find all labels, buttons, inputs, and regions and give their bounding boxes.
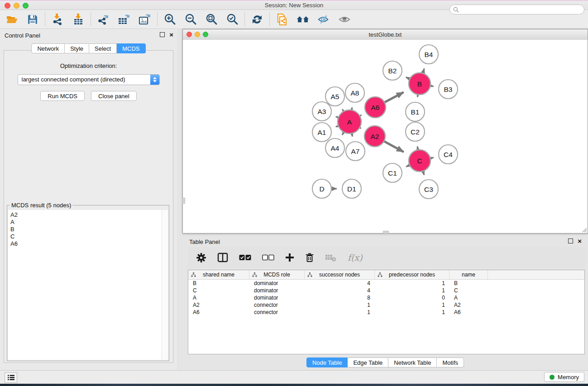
tab-motifs[interactable]: Motifs bbox=[437, 357, 464, 367]
zoom-window-button[interactable] bbox=[23, 3, 29, 9]
zoom-selected-button[interactable] bbox=[226, 13, 239, 26]
search-input[interactable] bbox=[461, 6, 581, 13]
network-minimize-button[interactable] bbox=[195, 32, 200, 37]
import-table-button[interactable] bbox=[72, 13, 85, 26]
graph-node-A8[interactable]: A8 bbox=[345, 83, 364, 102]
network-graph[interactable]: AA6A2BCA5A8A3A1A4A7B2B4B3B1C2C4C1C3DD1 bbox=[183, 40, 588, 233]
mcds-result-item[interactable]: C bbox=[8, 233, 168, 240]
table-cell[interactable]: dominator bbox=[249, 295, 305, 301]
graph-node-B1[interactable]: B1 bbox=[406, 102, 425, 121]
table-options-button[interactable] bbox=[196, 253, 206, 263]
table-cell[interactable]: 1 bbox=[375, 302, 449, 308]
column-visibility-button[interactable] bbox=[217, 253, 228, 262]
table-cell[interactable]: dominator bbox=[249, 287, 305, 294]
mcds-result-item[interactable]: A6 bbox=[8, 240, 168, 248]
graph-node-A5[interactable]: A5 bbox=[325, 87, 344, 106]
graph-node-B4[interactable]: B4 bbox=[419, 45, 438, 64]
graph-node-B2[interactable]: B2 bbox=[383, 61, 402, 80]
tab-style[interactable]: Style bbox=[65, 43, 89, 53]
table-cell[interactable]: C bbox=[449, 287, 488, 294]
zoom-in-button[interactable] bbox=[163, 13, 176, 26]
table-cell[interactable]: A bbox=[449, 295, 488, 301]
tab-select[interactable]: Select bbox=[89, 43, 117, 53]
table-cell[interactable]: 1 bbox=[375, 287, 449, 294]
delete-table-button[interactable] bbox=[325, 253, 337, 262]
mcds-result-item[interactable]: B bbox=[8, 226, 168, 233]
mcds-result-list[interactable]: A2ABCA6 bbox=[8, 210, 168, 360]
mcds-result-scrollbar[interactable] bbox=[162, 210, 168, 360]
mcds-result-item[interactable]: A bbox=[8, 219, 168, 226]
table-cell[interactable]: dominator bbox=[249, 280, 305, 286]
graph-node-C2[interactable]: C2 bbox=[406, 122, 425, 141]
zoom-out-button[interactable] bbox=[184, 13, 197, 26]
graph-node-A6[interactable]: A6 bbox=[365, 97, 386, 118]
table-cell[interactable]: C bbox=[188, 287, 249, 294]
save-session-button[interactable] bbox=[26, 13, 39, 26]
resize-grip-icon[interactable] bbox=[581, 226, 587, 233]
graph-node-C[interactable]: C bbox=[409, 150, 430, 172]
table-cell[interactable]: connector bbox=[249, 309, 305, 315]
tab-mcds[interactable]: MCDS bbox=[117, 43, 145, 53]
table-cell[interactable]: A6 bbox=[449, 309, 488, 315]
network-canvas[interactable]: AA6A2BCA5A8A3A1A4A7B2B4B3B1C2C4C1C3DD1 bbox=[183, 40, 588, 233]
graph-node-A[interactable]: A bbox=[338, 110, 361, 133]
table-cell[interactable]: connector bbox=[249, 302, 305, 308]
search-field[interactable] bbox=[449, 5, 584, 14]
table-cell[interactable]: B bbox=[188, 280, 249, 286]
table-cell[interactable]: 4 bbox=[305, 280, 375, 286]
graph-node-C1[interactable]: C1 bbox=[383, 163, 402, 182]
close-table-panel-icon[interactable]: × bbox=[578, 238, 582, 243]
table-row[interactable]: A2connector11A2 bbox=[188, 301, 584, 309]
table-cell[interactable]: A2 bbox=[449, 302, 488, 308]
table-cell[interactable]: 1 bbox=[375, 280, 449, 286]
graph-node-D[interactable]: D bbox=[312, 179, 331, 198]
memory-button[interactable]: Memory bbox=[544, 372, 584, 382]
apply-layout-button[interactable] bbox=[251, 13, 263, 26]
table-row[interactable]: Cdominator41C bbox=[188, 287, 584, 294]
network-zoom-button[interactable] bbox=[203, 32, 208, 37]
column-header-predecessor-nodes[interactable]: predecessor nodes bbox=[375, 270, 449, 279]
run-mcds-button[interactable]: Run MCDS bbox=[40, 91, 85, 101]
table-cell[interactable]: A bbox=[188, 295, 249, 301]
float-table-panel-icon[interactable] bbox=[568, 238, 573, 243]
criterion-select[interactable]: largest connected component (directed) bbox=[18, 74, 160, 85]
export-table-button[interactable] bbox=[118, 13, 130, 26]
graph-node-A7[interactable]: A7 bbox=[346, 142, 365, 161]
add-row-button[interactable] bbox=[285, 253, 294, 262]
table-cell[interactable]: 1 bbox=[305, 309, 375, 315]
deselect-all-rows-button[interactable] bbox=[262, 254, 274, 261]
table-cell[interactable]: 1 bbox=[375, 309, 449, 315]
graph-node-A2[interactable]: A2 bbox=[364, 126, 385, 147]
table-cell[interactable]: 1 bbox=[305, 302, 375, 308]
first-neighbors-button[interactable] bbox=[296, 13, 309, 26]
close-panel-icon[interactable]: × bbox=[169, 32, 173, 37]
network-close-button[interactable] bbox=[186, 32, 192, 37]
hide-selected-button[interactable] bbox=[317, 13, 330, 26]
network-window-titlebar[interactable]: testGlobe.txt bbox=[183, 29, 588, 40]
graph-node-D1[interactable]: D1 bbox=[342, 179, 361, 198]
column-header-shared-name[interactable]: shared name bbox=[188, 270, 249, 279]
table-cell[interactable]: 4 bbox=[305, 287, 375, 294]
table-row[interactable]: A6connector11A6 bbox=[188, 309, 584, 316]
delete-rows-button[interactable] bbox=[305, 253, 314, 262]
table-cell[interactable]: 8 bbox=[305, 295, 375, 301]
graph-node-B3[interactable]: B3 bbox=[439, 80, 458, 99]
table-row[interactable]: Bdominator41B bbox=[188, 280, 584, 287]
task-history-button[interactable] bbox=[5, 372, 17, 383]
graph-node-A1[interactable]: A1 bbox=[312, 123, 331, 142]
table-cell[interactable]: A6 bbox=[188, 309, 249, 315]
export-network-button[interactable] bbox=[97, 13, 110, 26]
open-session-button[interactable] bbox=[5, 13, 18, 26]
zoom-fit-button[interactable] bbox=[205, 13, 218, 26]
table-cell[interactable]: A2 bbox=[188, 302, 249, 308]
graph-node-B[interactable]: B bbox=[409, 73, 430, 95]
tab-network-table[interactable]: Network Table bbox=[388, 357, 437, 367]
mcds-result-item[interactable]: A2 bbox=[8, 211, 168, 219]
close-panel-button[interactable]: Close panel bbox=[91, 91, 137, 101]
export-image-button[interactable] bbox=[139, 13, 151, 26]
graph-node-C4[interactable]: C4 bbox=[439, 145, 458, 164]
bottom-splitter-handle[interactable] bbox=[383, 231, 389, 234]
table-cell[interactable]: 0 bbox=[375, 295, 449, 301]
import-network-button[interactable] bbox=[51, 13, 64, 26]
select-all-rows-button[interactable] bbox=[239, 254, 251, 261]
